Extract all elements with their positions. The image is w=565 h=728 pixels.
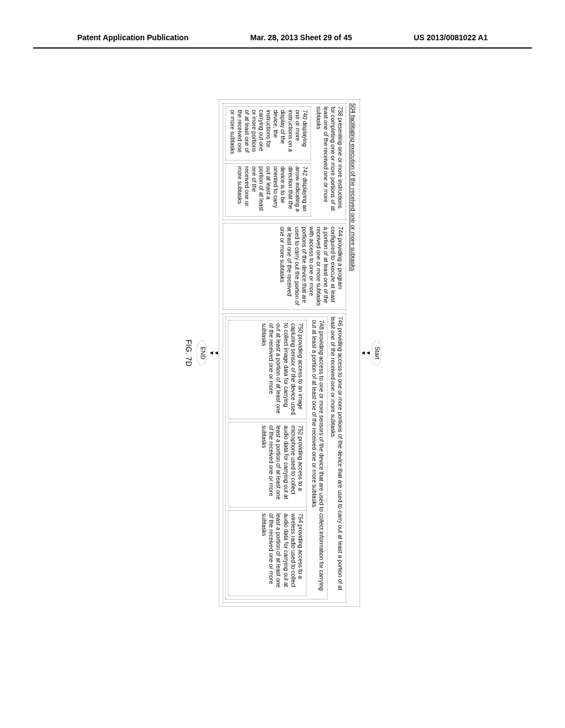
box-504-title: 504 facilitating execution of the receiv…	[349, 103, 356, 603]
box-504-text: 504 facilitating execution of the receiv…	[350, 103, 356, 271]
box-748: 748 providing access to one or more sens…	[226, 317, 328, 599]
start-area: Start ▾ ▾	[360, 99, 382, 607]
diagram-rotated-wrapper: Start ▾ ▾ 504 facilitating execution of …	[184, 99, 382, 607]
figure-label: FIG. 7D	[184, 99, 194, 607]
end-area: ▾ ▾ END	[196, 99, 219, 607]
box-738-text: 738 presenting one or more instructions …	[315, 106, 344, 217]
header-right: US 2013/0081022 A1	[414, 33, 488, 42]
box-738: 738 presenting one or more instructions …	[223, 103, 347, 220]
box-750: 750 providing access to an image capturi…	[228, 320, 306, 419]
start-node: Start	[372, 340, 382, 365]
box-752: 752 providing access to a microphone use…	[228, 422, 306, 507]
flowchart: Start ▾ ▾ 504 facilitating execution of …	[184, 99, 382, 607]
box-746-text: 746 providing access to one or more port…	[329, 317, 344, 599]
header-left: Patent Application Publication	[77, 33, 189, 42]
box-742: 742 displaying an arrow indicating a dir…	[226, 163, 311, 217]
box-748-text: 748 providing access to one or more sens…	[310, 320, 324, 596]
box-754: 754 providing access to a wireless radio…	[228, 510, 306, 596]
header-center: Mar. 28, 2013 Sheet 29 of 45	[250, 33, 352, 42]
arrow-down-icon: ▾	[360, 99, 366, 607]
page-header: Patent Application Publication Mar. 28, …	[33, 0, 532, 49]
box-738-children: 740 displaying one or more instructions …	[226, 106, 311, 217]
arrow-down-icon: ▾	[209, 99, 214, 607]
main-row: 738 presenting one or more instructions …	[223, 103, 347, 603]
box-748-children: 750 providing access to an image capturi…	[228, 320, 306, 596]
box-504: 504 facilitating execution of the receiv…	[219, 99, 360, 607]
end-node: END	[196, 340, 207, 365]
box-744: 744 providing a program configured to ex…	[223, 223, 347, 310]
box-746: 746 providing access to one or more port…	[223, 313, 347, 603]
box-740: 740 displaying one or more instructions …	[226, 106, 311, 160]
